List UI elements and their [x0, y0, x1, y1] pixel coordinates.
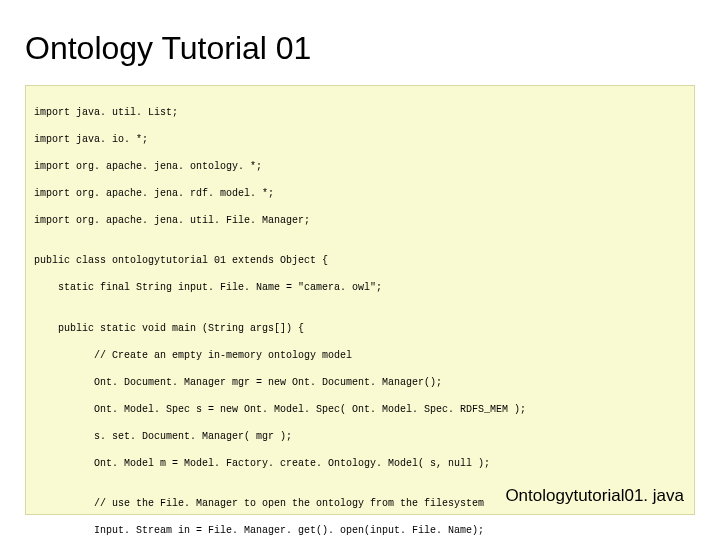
- code-line: static final String input. File. Name = …: [34, 281, 686, 295]
- code-line: public static void main (String args[]) …: [34, 322, 686, 336]
- code-line: Ont. Model m = Model. Factory. create. O…: [34, 457, 686, 471]
- code-line: import org. apache. jena. util. File. Ma…: [34, 214, 686, 228]
- code-block: import java. util. List; import java. io…: [25, 85, 695, 515]
- code-line: public class ontologytutorial 01 extends…: [34, 254, 686, 268]
- code-line: s. set. Document. Manager( mgr );: [34, 430, 686, 444]
- filename-label: Ontologytutorial01. java: [505, 485, 684, 508]
- code-line: Ont. Document. Manager mgr = new Ont. Do…: [34, 376, 686, 390]
- code-line: import java. io. *;: [34, 133, 686, 147]
- page-title: Ontology Tutorial 01: [25, 30, 695, 67]
- code-line: import org. apache. jena. rdf. model. *;: [34, 187, 686, 201]
- code-line: import org. apache. jena. ontology. *;: [34, 160, 686, 174]
- code-line: // Create an empty in-memory ontology mo…: [34, 349, 686, 363]
- code-line: Input. Stream in = File. Manager. get().…: [34, 524, 686, 538]
- code-line: Ont. Model. Spec s = new Ont. Model. Spe…: [34, 403, 686, 417]
- code-line: import java. util. List;: [34, 106, 686, 120]
